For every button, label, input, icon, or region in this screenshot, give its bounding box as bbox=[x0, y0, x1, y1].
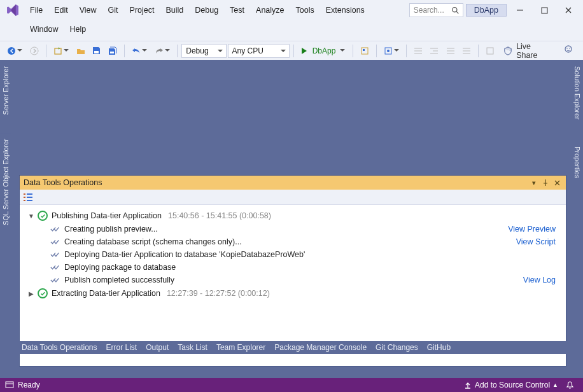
bottom-tab-error-list[interactable]: Error List bbox=[106, 343, 137, 352]
menu-debug[interactable]: Debug bbox=[189, 3, 224, 17]
add-source-control-button[interactable]: Add to Source Control ▲ bbox=[460, 381, 562, 389]
svg-point-14 bbox=[387, 50, 390, 52]
operation-title: Publishing Data-tier Application bbox=[52, 211, 162, 220]
tool-btn-2[interactable] bbox=[381, 44, 402, 58]
close-button[interactable] bbox=[558, 3, 579, 18]
menu-window[interactable]: Window bbox=[24, 22, 64, 36]
expand-toggle-icon[interactable]: ▶ bbox=[27, 290, 35, 297]
step-text: Deploying package to database bbox=[64, 263, 176, 272]
svg-point-17 bbox=[566, 48, 568, 49]
check-icon bbox=[50, 225, 60, 234]
data-tools-panel: Data Tools Operations ▾ ▼ Publishing Dat… bbox=[19, 175, 566, 367]
check-icon bbox=[50, 276, 60, 284]
status-ready: Ready bbox=[14, 381, 44, 389]
live-share-icon bbox=[503, 46, 512, 55]
svg-rect-8 bbox=[55, 48, 61, 54]
bottom-tab-git-changes[interactable]: Git Changes bbox=[376, 343, 418, 352]
success-badge-icon bbox=[38, 288, 48, 298]
operation-time: 15:40:56 - 15:41:55 (0:00:58) bbox=[168, 211, 271, 220]
bottom-tab-task-list[interactable]: Task List bbox=[178, 343, 207, 352]
step-link[interactable]: View Script bbox=[516, 237, 561, 246]
bottom-tab-output[interactable]: Output bbox=[146, 343, 169, 352]
search-input[interactable]: Search... bbox=[409, 3, 463, 17]
operation-step: Creating database script (schema changes… bbox=[25, 235, 561, 248]
bottom-tab-strip: Data Tools OperationsError ListOutputTas… bbox=[19, 341, 566, 354]
maximize-button[interactable] bbox=[533, 3, 555, 18]
bottom-tab-package-manager-console[interactable]: Package Manager Console bbox=[274, 343, 367, 352]
operation-row[interactable]: ▼ Publishing Data-tier Application 15:40… bbox=[25, 209, 561, 223]
operation-row[interactable]: ▶ Extracting Data-tier Application 12:27… bbox=[25, 286, 561, 300]
platform-combo[interactable]: Any CPU bbox=[228, 44, 290, 58]
svg-point-0 bbox=[453, 7, 457, 11]
menu-tools[interactable]: Tools bbox=[290, 3, 320, 17]
open-file-button[interactable] bbox=[73, 44, 88, 58]
live-share-button[interactable]: Live Share bbox=[498, 42, 558, 60]
undo-button[interactable] bbox=[129, 44, 150, 58]
panel-pin-icon[interactable] bbox=[540, 178, 551, 188]
tool-btn-1[interactable] bbox=[357, 44, 372, 58]
minimize-button[interactable] bbox=[509, 3, 531, 18]
svg-point-16 bbox=[565, 46, 572, 52]
status-bar: Ready Add to Source Control ▲ bbox=[0, 378, 583, 392]
panel-close-icon[interactable] bbox=[552, 178, 562, 188]
step-link[interactable]: View Log bbox=[523, 276, 561, 284]
nav-back-button[interactable] bbox=[4, 44, 25, 58]
bottom-tab-team-explorer[interactable]: Team Explorer bbox=[216, 343, 265, 352]
menu-extensions[interactable]: Extensions bbox=[320, 3, 370, 17]
start-debug-button[interactable]: DbApp bbox=[298, 44, 349, 58]
menu-edit[interactable]: Edit bbox=[48, 3, 74, 17]
side-tab-solution-explorer[interactable]: Solution Explorer bbox=[572, 61, 583, 125]
notifications-icon[interactable] bbox=[562, 381, 578, 389]
svg-rect-12 bbox=[363, 49, 365, 51]
workspace: Server ExplorerSQL Server Object Explore… bbox=[0, 60, 583, 367]
redo-button[interactable] bbox=[151, 44, 173, 58]
bottom-tab-data-tools-operations[interactable]: Data Tools Operations bbox=[22, 343, 97, 352]
feedback-button[interactable] bbox=[559, 45, 579, 56]
search-placeholder: Search... bbox=[414, 6, 444, 15]
indent-out-button bbox=[411, 44, 426, 58]
indent-in-button bbox=[426, 44, 442, 58]
save-all-button[interactable] bbox=[105, 44, 120, 58]
svg-rect-15 bbox=[487, 48, 493, 54]
solution-name-badge[interactable]: DbApp bbox=[466, 4, 507, 17]
titlebar: FileEditViewGitProjectBuildDebugTestAnal… bbox=[0, 0, 583, 41]
check-icon bbox=[50, 250, 60, 259]
side-tab-server-explorer[interactable]: Server Explorer bbox=[0, 61, 11, 120]
side-tab-properties[interactable]: Properties bbox=[572, 141, 583, 183]
step-link[interactable]: View Preview bbox=[508, 225, 561, 234]
svg-rect-3 bbox=[542, 8, 547, 13]
menu-git[interactable]: Git bbox=[102, 3, 124, 17]
step-text: Deploying Data-tier Application to datab… bbox=[64, 250, 305, 259]
side-tab-sql-server-object-explorer[interactable]: SQL Server Object Explorer bbox=[0, 134, 11, 230]
comment-button bbox=[443, 44, 458, 58]
menu-project[interactable]: Project bbox=[124, 3, 160, 17]
panel-title-text: Data Tools Operations bbox=[24, 178, 102, 187]
operation-step: Deploying Data-tier Application to datab… bbox=[25, 248, 561, 261]
menu-test[interactable]: Test bbox=[224, 3, 250, 17]
save-button[interactable] bbox=[89, 44, 104, 58]
new-project-button[interactable] bbox=[50, 44, 72, 58]
panel-toolbar-icon[interactable] bbox=[24, 193, 32, 202]
menu-view[interactable]: View bbox=[74, 3, 102, 17]
menu-help[interactable]: Help bbox=[64, 22, 92, 36]
operation-step: Deploying package to database bbox=[25, 261, 561, 274]
svg-rect-19 bbox=[6, 382, 13, 388]
config-combo[interactable]: Debug bbox=[181, 44, 226, 58]
success-badge-icon bbox=[38, 211, 48, 221]
expand-toggle-icon[interactable]: ▼ bbox=[27, 213, 35, 220]
panel-toolbar bbox=[20, 190, 566, 205]
chevron-up-icon: ▲ bbox=[552, 382, 558, 388]
play-icon bbox=[302, 48, 310, 54]
uncomment-button bbox=[459, 44, 474, 58]
operation-step: Publish completed successfully View Log bbox=[25, 274, 561, 286]
operation-step: Creating publish preview... View Preview bbox=[25, 223, 561, 235]
menu-build[interactable]: Build bbox=[160, 3, 189, 17]
svg-point-7 bbox=[31, 47, 38, 55]
operation-title: Extracting Data-tier Application bbox=[52, 289, 160, 298]
menu-file[interactable]: File bbox=[24, 3, 48, 17]
menu-analyze[interactable]: Analyze bbox=[250, 3, 290, 17]
panel-titlebar[interactable]: Data Tools Operations ▾ bbox=[20, 176, 566, 190]
bottom-tab-github[interactable]: GitHub bbox=[427, 343, 451, 352]
panel-dropdown-icon[interactable]: ▾ bbox=[529, 178, 539, 188]
upload-icon bbox=[463, 381, 472, 389]
